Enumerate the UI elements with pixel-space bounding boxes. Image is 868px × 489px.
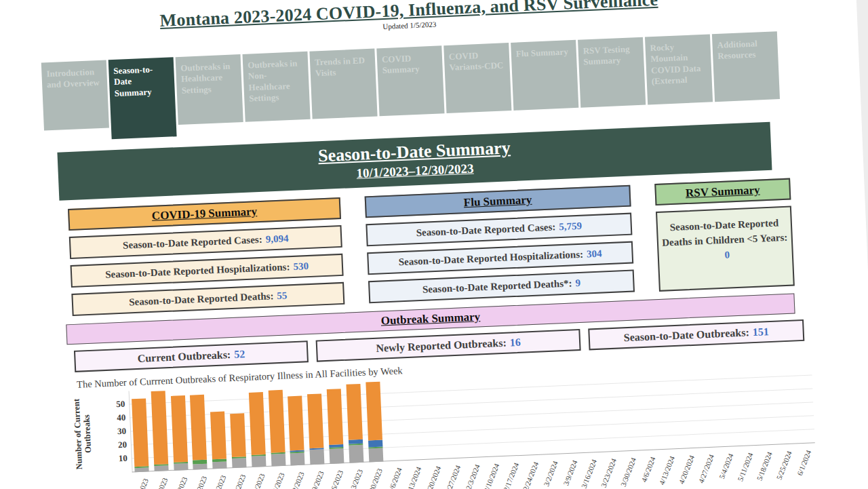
bar-segment bbox=[366, 382, 382, 441]
rsv-deaths-box: Season-to-Date Reported Deaths in Childr… bbox=[656, 206, 795, 292]
bar-segment bbox=[249, 392, 266, 455]
tab-label: RSV Testing Summary bbox=[583, 43, 629, 66]
newly-reported-outbreaks-box: Newly Reported Outbreaks:16 bbox=[316, 329, 581, 362]
covid-deaths-value: 55 bbox=[277, 290, 288, 301]
x-axis-label: 6/1/2024 bbox=[751, 446, 806, 461]
covid-summary-section: COVID-19 Summary Season-to-Date Reported… bbox=[68, 197, 344, 317]
tab-covid-summary[interactable]: COVID Summary bbox=[376, 45, 444, 116]
y-tick-label: 10 bbox=[104, 453, 127, 465]
bar-segment bbox=[210, 412, 226, 460]
dashboard-content: Montana 2023-2024 COVID-19, Influenza, a… bbox=[39, 0, 814, 475]
rsv-deaths-label: Season-to-Date Reported Deaths in Childr… bbox=[662, 217, 788, 248]
tab-label: COVID Summary bbox=[382, 53, 420, 75]
bar-segment bbox=[329, 448, 344, 464]
tab-label: Rocky Mountain COVID Data (External bbox=[650, 42, 701, 86]
bar-segment bbox=[154, 465, 168, 471]
tab-label: Season-to-Date Summary bbox=[113, 64, 153, 98]
y-tick-label: 30 bbox=[103, 426, 127, 437]
covid-hospitalizations-box: Season-to-Date Reported Hospitalizations… bbox=[71, 254, 344, 288]
season-to-date-outbreaks-label: Season-to-Date Outbreaks: bbox=[623, 326, 749, 343]
rsv-summary-header: RSV Summary bbox=[654, 178, 791, 206]
flu-summary-header-label: Flu Summary bbox=[463, 193, 532, 209]
flu-cases-box: Season-to-Date Reported Cases:5,759 bbox=[366, 213, 632, 247]
tab-label: Flu Summary bbox=[516, 46, 568, 58]
bar-segment bbox=[268, 390, 285, 453]
tab-label: Outbreaks in Healthcare Settings bbox=[180, 61, 231, 96]
newly-reported-outbreaks-value: 16 bbox=[509, 336, 521, 349]
covid-summary-header: COVID-19 Summary bbox=[68, 197, 341, 231]
newly-reported-outbreaks-label: Newly Reported Outbreaks: bbox=[376, 337, 507, 354]
flu-cases-label: Season-to-Date Reported Cases: bbox=[416, 221, 555, 238]
tab-season-to-date-summary[interactable]: Season-to-Date Summary bbox=[108, 57, 177, 139]
bar-segment bbox=[170, 395, 187, 463]
tab-flu-summary[interactable]: Flu Summary bbox=[511, 40, 578, 111]
bar-segment bbox=[288, 396, 304, 451]
flu-deaths-value: 9 bbox=[575, 277, 580, 288]
summary-columns: COVID-19 Summary Season-to-Date Reported… bbox=[68, 178, 808, 317]
bar-segment bbox=[134, 467, 149, 472]
y-axis-title: Number of Current Outbreaks bbox=[71, 389, 94, 478]
bar-segment bbox=[349, 445, 363, 463]
flu-summary-section: Flu Summary Season-to-Date Reported Case… bbox=[365, 185, 635, 305]
covid-cases-value: 9,094 bbox=[265, 233, 288, 244]
bar-segment bbox=[368, 440, 382, 448]
bar-segment bbox=[230, 413, 246, 457]
tab-additional-resources[interactable]: Additional Resources bbox=[712, 31, 780, 102]
tab-label: Trends in ED Visits bbox=[315, 55, 366, 78]
x-axis-label-text: 6/1/2024 bbox=[795, 449, 813, 477]
tab-covid-variants-cdc[interactable]: COVID Variants-CDC bbox=[443, 43, 511, 113]
bar-segment bbox=[252, 456, 267, 467]
bar-segment bbox=[193, 464, 208, 470]
y-tick-label: 40 bbox=[102, 412, 126, 424]
tab-label: Additional Resources bbox=[717, 38, 757, 61]
tab-rsv-testing-summary[interactable]: RSV Testing Summary bbox=[578, 37, 646, 108]
flu-hospitalizations-value: 304 bbox=[587, 248, 602, 260]
tab-outbreaks-in-healthcare-settings[interactable]: Outbreaks in Healthcare Settings bbox=[176, 54, 243, 125]
tab-trends-in-ed-visits[interactable]: Trends in ED Visits bbox=[309, 49, 377, 119]
y-tick-label: 20 bbox=[104, 439, 127, 451]
tab-label: Introduction and Overview bbox=[46, 66, 100, 90]
bar-segment bbox=[307, 393, 323, 448]
bar-segment bbox=[310, 449, 325, 465]
bar-segment bbox=[327, 389, 343, 445]
y-tick-label: 50 bbox=[102, 399, 125, 410]
dashboard-page: Montana 2023-2024 COVID-19, Influenza, a… bbox=[0, 0, 868, 489]
covid-hospitalizations-value: 530 bbox=[293, 260, 309, 272]
flu-hospitalizations-box: Season-to-Date Reported Hospitalizations… bbox=[367, 241, 633, 275]
season-to-date-outbreaks-value: 151 bbox=[752, 326, 769, 338]
bar-segment bbox=[193, 460, 207, 465]
outbreak-summary-header-label: Outbreak Summary bbox=[380, 310, 480, 327]
flu-summary-header: Flu Summary bbox=[365, 185, 631, 218]
rsv-summary-section: RSV Summary Season-to-Date Reported Deat… bbox=[654, 178, 795, 292]
current-outbreaks-label: Current Outbreaks: bbox=[137, 349, 231, 364]
rsv-summary-header-label: RSV Summary bbox=[686, 183, 760, 199]
bar-segment bbox=[349, 439, 363, 444]
tab-label: COVID Variants-CDC bbox=[449, 50, 504, 73]
covid-hospitalizations-label: Season-to-Date Reported Hospitalizations… bbox=[105, 261, 290, 280]
flu-deaths-label: Season-to-Date Reported Deaths*: bbox=[422, 277, 572, 294]
bar-segment bbox=[290, 453, 305, 466]
tab-label: Outbreaks in Non-Healthcare Settings bbox=[248, 58, 298, 103]
bar-segment bbox=[232, 458, 247, 468]
bar-segment bbox=[368, 448, 383, 463]
current-outbreaks-value: 52 bbox=[234, 348, 245, 360]
covid-summary-header-label: COVID-19 Summary bbox=[151, 205, 257, 222]
covid-deaths-box: Season-to-Date Reported Deaths:55 bbox=[71, 282, 344, 316]
rsv-deaths-value: 0 bbox=[724, 249, 730, 260]
bar-segment bbox=[132, 398, 149, 467]
bar-segment bbox=[346, 384, 362, 440]
flu-cases-value: 5,759 bbox=[559, 220, 582, 232]
tab-outbreaks-in-non-healthcare-settings[interactable]: Outbreaks in Non-Healthcare Settings bbox=[242, 52, 310, 122]
current-outbreaks-box: Current Outbreaks:52 bbox=[74, 340, 309, 372]
covid-cases-box: Season-to-Date Reported Cases:9,094 bbox=[69, 225, 342, 259]
flu-hospitalizations-label: Season-to-Date Reported Hospitalizations… bbox=[398, 249, 583, 268]
season-to-date-outbreaks-box: Season-to-Date Outbreaks:151 bbox=[588, 319, 804, 351]
covid-deaths-label: Season-to-Date Reported Deaths: bbox=[129, 290, 274, 307]
covid-cases-label: Season-to-Date Reported Cases: bbox=[123, 234, 262, 251]
bar-segment bbox=[174, 463, 188, 471]
bar-segment bbox=[271, 454, 285, 467]
flu-deaths-box: Season-to-Date Reported Deaths*:9 bbox=[368, 270, 635, 304]
bar-segment bbox=[190, 395, 207, 461]
tab-rocky-mountain-covid-data-external[interactable]: Rocky Mountain COVID Data (External bbox=[645, 34, 713, 104]
tab-introduction-and-overview[interactable]: Introduction and Overview bbox=[41, 60, 109, 130]
